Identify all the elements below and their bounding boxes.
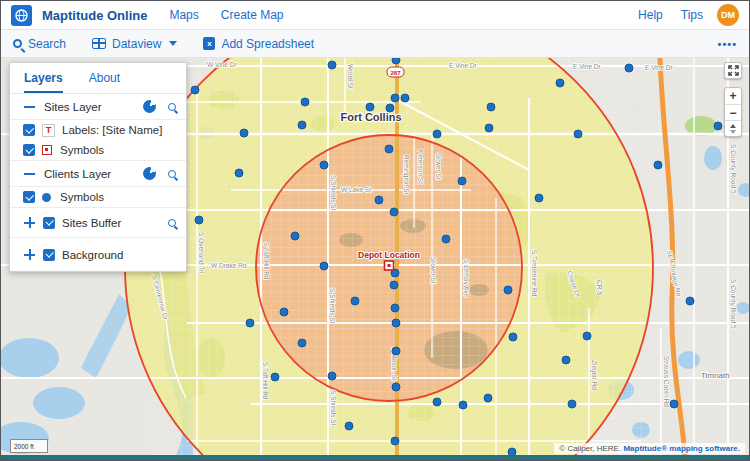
background-checkbox[interactable]	[43, 249, 55, 261]
symbols-checkbox[interactable]	[23, 144, 35, 156]
zoom-slider-button[interactable]	[725, 120, 741, 136]
client-point[interactable]	[535, 194, 543, 202]
buffer-checkbox[interactable]	[43, 217, 55, 229]
client-point[interactable]	[390, 208, 398, 216]
client-point[interactable]	[574, 130, 582, 138]
nav-maps[interactable]: Maps	[169, 8, 198, 22]
layer-search-icon[interactable]	[168, 103, 176, 111]
client-point[interactable]	[509, 333, 517, 341]
client-point[interactable]	[301, 98, 309, 106]
nav-create-map[interactable]: Create Map	[221, 8, 284, 22]
labels-checkbox[interactable]	[23, 124, 35, 136]
client-point[interactable]	[195, 216, 203, 224]
client-point[interactable]	[504, 286, 512, 294]
street-label: S Timberline Rd	[531, 250, 538, 297]
client-point[interactable]	[670, 400, 678, 408]
top-nav-bar: Maptitude Online Maps Create Map Help Ti…	[1, 1, 749, 30]
zoom-in-button[interactable]: +	[725, 88, 741, 104]
client-point[interactable]	[568, 400, 576, 408]
client-point[interactable]	[391, 94, 399, 102]
search-button[interactable]: Search	[13, 37, 66, 51]
client-point[interactable]	[392, 347, 400, 355]
add-spreadsheet-label: Add Spreadsheet	[221, 37, 314, 51]
expand-icon[interactable]	[24, 217, 35, 228]
client-point[interactable]	[191, 86, 199, 94]
attribution-brand[interactable]: Maptitude® mapping software.	[623, 444, 740, 453]
client-point[interactable]	[328, 61, 336, 69]
client-point[interactable]	[235, 169, 243, 177]
client-point[interactable]	[246, 319, 254, 327]
user-avatar[interactable]: DM	[717, 4, 739, 26]
client-point[interactable]	[298, 339, 306, 347]
client-point[interactable]	[442, 235, 450, 243]
client-point[interactable]	[386, 104, 394, 112]
client-point[interactable]	[485, 124, 493, 132]
client-point[interactable]	[433, 130, 441, 138]
client-point[interactable]	[583, 332, 591, 340]
spreadsheet-icon: x	[203, 37, 215, 50]
client-point[interactable]	[714, 122, 722, 130]
street-label: E Vine Dr	[645, 64, 674, 71]
clients-symbols-row[interactable]: Symbols	[10, 187, 186, 207]
layer-name: Clients Layer	[44, 168, 111, 180]
collapse-icon[interactable]	[24, 168, 35, 179]
client-point[interactable]	[391, 304, 399, 312]
client-point[interactable]	[240, 129, 248, 137]
client-point[interactable]	[487, 103, 495, 111]
more-menu-button[interactable]: ••••	[718, 38, 737, 50]
maptitude-logo-icon	[11, 5, 32, 26]
client-point[interactable]	[391, 437, 399, 445]
client-point[interactable]	[328, 372, 336, 380]
client-point[interactable]	[392, 58, 400, 64]
fullscreen-button[interactable]	[724, 62, 742, 79]
theme-pie-icon[interactable]	[143, 100, 156, 113]
tab-layers[interactable]: Layers	[24, 63, 63, 93]
expand-icon[interactable]	[24, 249, 35, 260]
layer-row-background[interactable]: Background	[10, 238, 186, 271]
zoom-out-button[interactable]: −	[725, 104, 741, 120]
tips-link[interactable]: Tips	[681, 8, 703, 22]
client-point[interactable]	[392, 319, 400, 327]
add-spreadsheet-button[interactable]: x Add Spreadsheet	[203, 37, 314, 51]
layer-search-icon[interactable]	[168, 170, 176, 178]
map-canvas[interactable]: W Vine DrE Vine DrE Vine DrE Vine DrWood…	[1, 58, 749, 455]
symbols-checkbox[interactable]	[23, 191, 35, 203]
street-label: Wood St	[347, 64, 354, 89]
collapse-icon[interactable]	[24, 101, 35, 112]
client-point[interactable]	[484, 394, 492, 402]
client-point[interactable]	[280, 308, 288, 316]
client-point[interactable]	[291, 232, 299, 240]
client-point[interactable]	[459, 401, 467, 409]
client-point[interactable]	[556, 79, 564, 87]
client-point[interactable]	[375, 196, 383, 204]
client-point[interactable]	[320, 262, 328, 270]
client-point[interactable]	[401, 94, 409, 102]
client-point[interactable]	[686, 297, 694, 305]
client-point[interactable]	[271, 373, 279, 381]
client-point[interactable]	[562, 356, 570, 364]
client-point[interactable]	[298, 121, 306, 129]
layer-search-icon[interactable]	[168, 219, 176, 227]
dataview-button[interactable]: Dataview	[92, 37, 177, 51]
theme-pie-icon[interactable]	[143, 167, 156, 180]
client-point[interactable]	[366, 103, 374, 111]
tab-about[interactable]: About	[89, 63, 120, 93]
layer-row-clients[interactable]: Clients Layer	[10, 161, 186, 186]
sites-symbols-row[interactable]: Symbols	[10, 140, 186, 160]
search-label: Search	[28, 37, 66, 51]
client-point[interactable]	[392, 383, 400, 391]
client-point[interactable]	[433, 398, 441, 406]
client-point[interactable]	[345, 422, 353, 430]
help-link[interactable]: Help	[638, 8, 663, 22]
layer-row-sites[interactable]: Sites Layer	[10, 94, 186, 119]
client-point[interactable]	[654, 161, 662, 169]
client-point[interactable]	[351, 297, 359, 305]
layer-row-sites-buffer[interactable]: Sites Buffer	[10, 208, 186, 237]
client-point[interactable]	[625, 64, 633, 72]
sites-labels-row[interactable]: T Labels: [Site Name]	[10, 120, 186, 140]
client-point[interactable]	[385, 145, 393, 153]
client-point[interactable]	[320, 161, 328, 169]
client-point[interactable]	[508, 448, 516, 455]
client-point[interactable]	[390, 281, 398, 289]
client-point[interactable]	[458, 177, 466, 185]
